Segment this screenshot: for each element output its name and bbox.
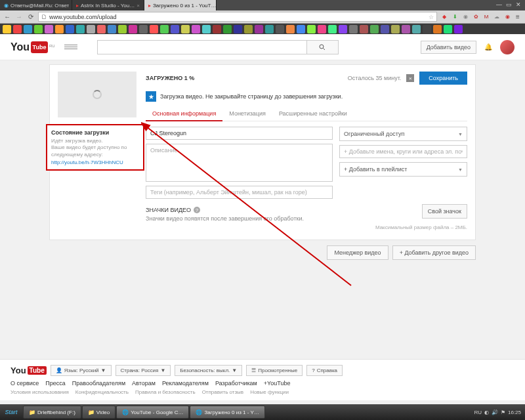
start-button[interactable]: Start	[0, 404, 22, 420]
tab-basic-info[interactable]: Основная информация	[146, 107, 222, 121]
tray-icon[interactable]: 🔊	[492, 410, 498, 415]
bookmark-icon[interactable]	[234, 25, 242, 33]
bookmark-icon[interactable]	[276, 25, 284, 33]
add-to-playlist-button[interactable]: + Добавить в плейлист▼	[339, 162, 467, 177]
bookmark-icon[interactable]	[45, 25, 53, 33]
bookmark-icon[interactable]	[265, 25, 274, 33]
forward-icon[interactable]: →	[14, 12, 24, 22]
share-with-input[interactable]	[339, 145, 467, 158]
bookmark-icon[interactable]	[55, 25, 64, 33]
footer-link[interactable]: Правила и безопасность	[135, 389, 196, 395]
bookmark-icon[interactable]	[3, 25, 11, 33]
footer-link[interactable]: Пресса	[45, 380, 66, 387]
bookmark-icon[interactable]	[66, 25, 74, 33]
ext-icon[interactable]: ☁	[492, 12, 501, 22]
search-button[interactable]	[307, 40, 339, 54]
bookmark-icon[interactable]	[24, 25, 32, 33]
browser-tab[interactable]: ◉Ответы@Mail.Ru: Ответ×	[0, 0, 72, 10]
cancel-upload-icon[interactable]: ×	[406, 74, 414, 82]
privacy-select[interactable]: Ограниченный доступ▼	[339, 127, 467, 141]
maximize-icon[interactable]: ▭	[506, 1, 512, 9]
avatar[interactable]	[500, 40, 514, 54]
bookmark-icon[interactable]	[381, 25, 389, 33]
bookmark-icon[interactable]	[118, 25, 127, 33]
bookmark-icon[interactable]	[150, 25, 158, 33]
footer-link[interactable]: Новые функции	[250, 389, 289, 395]
bookmark-icon[interactable]	[360, 25, 368, 33]
footer-link[interactable]: Разработчикам	[215, 380, 257, 387]
address-bar[interactable]: 🗋 www.youtube.com/upload ☆	[38, 12, 437, 22]
ext-icon[interactable]: ⬇	[450, 12, 459, 22]
save-button[interactable]: Сохранить	[419, 72, 467, 85]
taskbar-item[interactable]: 🌐 YouTube - Google C…	[116, 406, 189, 419]
safety-button[interactable]: Безопасность: выкл. ▼	[175, 365, 242, 376]
bookmark-icon[interactable]	[160, 25, 169, 33]
language-button[interactable]: 👤 Язык: Русский ▼	[51, 365, 112, 376]
bookmark-icon[interactable]	[213, 25, 221, 33]
bookmark-icon[interactable]	[297, 25, 305, 33]
bookmark-icon[interactable]	[433, 25, 442, 33]
taskbar-item[interactable]: 📁 Drleftbehind (F:)	[23, 406, 81, 419]
youtube-logo[interactable]: You Tube	[10, 366, 47, 375]
youtube-logo[interactable]: You Tube RU	[10, 41, 55, 53]
bookmark-icon[interactable]	[87, 25, 95, 33]
footer-link[interactable]: Авторам	[132, 380, 156, 387]
bookmark-icon[interactable]	[139, 25, 148, 33]
ext-icon[interactable]: ◉	[461, 12, 470, 22]
bookmark-icon[interactable]	[13, 25, 22, 33]
back-icon[interactable]: ←	[3, 12, 12, 22]
bookmark-icon[interactable]	[108, 25, 116, 33]
taskbar-item[interactable]: 🌐 Загружено 0 из 1 - Y…	[190, 406, 264, 419]
bookmark-icon[interactable]	[349, 25, 358, 33]
bookmark-icon[interactable]	[34, 25, 43, 33]
video-tags-input[interactable]	[146, 186, 333, 199]
browser-tab[interactable]: ▸Astrix In Studio - You…×	[72, 0, 144, 10]
bookmark-icon[interactable]	[192, 25, 200, 33]
tray-icon[interactable]: ◐	[484, 410, 489, 415]
bookmark-icon[interactable]	[328, 25, 337, 33]
minimize-icon[interactable]: —	[496, 1, 502, 9]
footer-link[interactable]: О сервисе	[10, 380, 39, 387]
video-manager-button[interactable]: Менеджер видео	[327, 245, 388, 260]
search-input[interactable]	[97, 40, 307, 54]
tray-language[interactable]: RU	[474, 410, 482, 415]
bookmark-icon[interactable]	[181, 25, 190, 33]
browser-tab[interactable]: ▸Загружено 0 из 1 - YouT…×	[144, 0, 217, 10]
footer-link[interactable]: +YouTube	[264, 380, 291, 387]
footer-link[interactable]: Условия использования	[10, 389, 69, 395]
bookmark-icon[interactable]	[223, 25, 232, 33]
country-button[interactable]: Страна: Россия ▼	[116, 365, 171, 376]
bookmark-icon[interactable]	[307, 25, 316, 33]
menu-icon[interactable]: ≡	[513, 12, 522, 22]
footer-link[interactable]: Правообладателям	[72, 380, 125, 387]
bookmark-icon[interactable]	[286, 25, 295, 33]
bookmark-icon[interactable]	[444, 25, 452, 33]
star-icon[interactable]: ☆	[429, 14, 434, 20]
footer-link[interactable]: Рекламодателям	[162, 380, 209, 387]
video-url-link[interactable]: http://youtu.be/h-7W3HHhNCU	[51, 159, 123, 165]
upload-video-button[interactable]: Добавить видео	[421, 41, 476, 54]
bookmark-icon[interactable]	[255, 25, 263, 33]
tray-clock[interactable]: 16:25	[508, 410, 521, 415]
bookmark-icon[interactable]	[370, 25, 379, 33]
ext-icon[interactable]: ✿	[471, 12, 480, 22]
bookmark-icon[interactable]	[318, 25, 326, 33]
bookmark-icon[interactable]	[391, 25, 400, 33]
close-icon[interactable]: ×	[136, 3, 140, 9]
bookmark-icon[interactable]	[339, 25, 347, 33]
ext-icon[interactable]: ◆	[440, 12, 449, 22]
bookmark-icon[interactable]	[129, 25, 137, 33]
bookmark-icon[interactable]	[171, 25, 179, 33]
custom-thumbnail-button[interactable]: Свой значок	[422, 204, 467, 219]
footer-link[interactable]: Отправить отзыв	[202, 389, 244, 395]
help-icon[interactable]: ?	[194, 207, 200, 213]
bookmark-icon[interactable]	[76, 25, 85, 33]
bookmark-icon[interactable]	[412, 25, 421, 33]
reload-icon[interactable]: ⟳	[26, 12, 35, 22]
bookmark-icon[interactable]	[202, 25, 211, 33]
bookmark-icon[interactable]	[423, 25, 431, 33]
tab-monetization[interactable]: Монетизация	[222, 107, 272, 121]
close-icon[interactable]: ✕	[516, 1, 521, 9]
video-title-input[interactable]	[146, 127, 333, 140]
bell-icon[interactable]: 🔔	[484, 43, 492, 51]
